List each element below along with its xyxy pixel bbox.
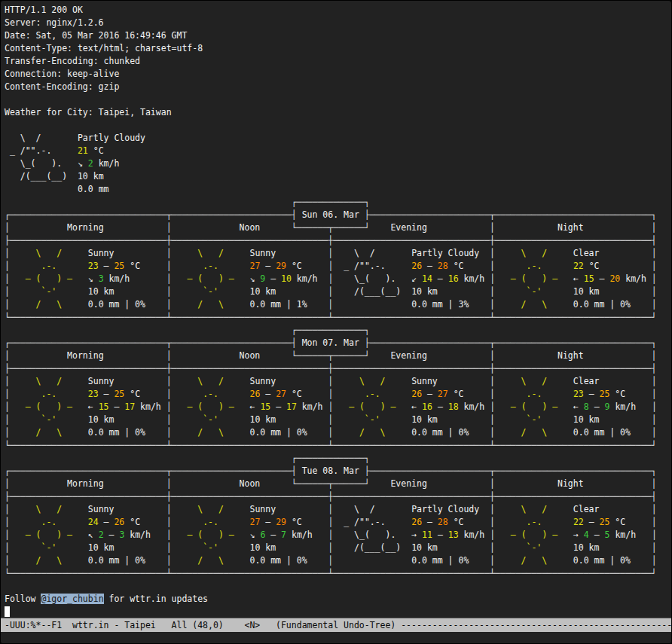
text-segment [114, 542, 166, 553]
text-segment: /(___(__) [5, 171, 78, 182]
text-segment: – [422, 389, 438, 399]
text-segment [438, 286, 490, 297]
terminal-buffer[interactable]: HTTP/1.1 200 OKServer: nginx/1.2.6Date: … [1, 1, 671, 618]
forecast-table-line: │ `-' 10 km │ `-' 10 km │ /(___(__) 10 k… [5, 285, 671, 298]
text-segment: 0.0 mm | 1% [249, 299, 307, 310]
text-segment: 22 [573, 261, 584, 271]
text-segment [599, 414, 651, 425]
text-segment: │ [166, 427, 172, 438]
text-segment: 0.0 mm | 0% [88, 555, 145, 566]
text-segment: ← [573, 273, 584, 284]
text-segment: Tue 08. Mar [297, 465, 365, 476]
text-segment: / \ [495, 427, 573, 438]
text-segment [479, 504, 490, 514]
text-segment: `-' [10, 286, 88, 297]
forecast-table-line: │ \ / Sunny │ \ / Sunny │ \ / Partly Clo… [5, 247, 671, 260]
text-segment: 23 [88, 261, 99, 271]
text-segment: │ [5, 542, 10, 553]
text-segment: │ [166, 350, 172, 361]
text-segment: Follow [5, 594, 41, 604]
text-cursor [5, 606, 10, 617]
text-segment: 26 [114, 517, 124, 527]
text-segment: Clear [573, 504, 600, 514]
text-segment: `-' [495, 542, 573, 553]
forecast-table-line: │ `-' 10 km │ `-' 10 km │ /(___(__) 10 k… [5, 542, 671, 554]
text-segment: ├──────────────────────────────┼────────… [5, 235, 656, 246]
text-segment [438, 376, 490, 386]
text-segment: │ [652, 401, 657, 412]
text-segment: 10 km [88, 542, 115, 553]
text-segment: \_( ). [333, 273, 411, 284]
text-segment [469, 299, 490, 310]
text-segment: \ / [495, 504, 573, 514]
text-segment: │ [490, 542, 495, 553]
text-segment: km/h [459, 530, 485, 540]
text-segment: └──────┬──────┘ [292, 350, 370, 361]
text-segment: – [422, 517, 438, 527]
current-conditions-line: _ /"".-. 21 °C [5, 145, 671, 157]
text-segment: ― ( ) ― [10, 273, 88, 284]
text-segment [130, 273, 166, 284]
text-segment: _ /"".-. [5, 145, 78, 156]
text-segment: │ [166, 222, 172, 233]
text-segment: ├───────────────────────┬───────────────… [365, 337, 657, 348]
text-segment [463, 389, 490, 399]
text-segment: 26 [411, 389, 422, 399]
text-segment: km/h [93, 158, 120, 169]
text-segment [599, 542, 651, 553]
text-segment: Sunny [249, 504, 276, 514]
twitter-handle-link[interactable]: @igor_chubin [41, 594, 103, 604]
text-segment: 11 [422, 530, 432, 540]
text-segment: Sun 06. Mar [297, 209, 365, 220]
text-segment: │ [166, 504, 172, 514]
text-segment: km/h [609, 401, 636, 412]
text-segment: 13 [448, 530, 459, 540]
text-segment: │ [490, 504, 495, 514]
forecast-table-line: │ `-' 10 km │ `-' 10 km │ `-' 10 km │ `-… [5, 414, 671, 426]
text-segment: └──────────────────────────────┴────────… [5, 312, 656, 322]
forecast-table-line: ├──────────────────────────────┼────────… [5, 234, 671, 247]
text-segment [114, 504, 166, 514]
text-segment: → [573, 530, 584, 540]
text-segment: .-. [172, 389, 250, 399]
text-segment: 27 [250, 261, 261, 271]
text-segment [438, 542, 490, 553]
text-segment: ↘ [249, 273, 260, 284]
text-segment: – [99, 517, 115, 527]
text-segment: .-. [495, 389, 573, 399]
text-segment: / \ [10, 299, 88, 310]
text-segment: Evening [370, 350, 490, 361]
text-segment: °C [124, 261, 140, 271]
text-segment: / \ [495, 299, 573, 310]
forecast-table-line: ├──────────────────────────────┼────────… [5, 490, 671, 503]
text-segment [145, 427, 166, 438]
text-segment: `-' [172, 542, 250, 553]
text-segment: .-. [10, 389, 88, 399]
text-segment: ― ( ) ― [495, 530, 573, 540]
text-segment: Morning [10, 222, 166, 233]
text-segment: │ [166, 299, 172, 310]
text-segment: │ [652, 555, 657, 566]
text-segment [636, 401, 652, 412]
text-segment: Partly Cloudy [411, 504, 479, 514]
text-segment: 22 [573, 517, 584, 527]
text-segment [625, 389, 652, 399]
text-segment: 26 [411, 261, 422, 271]
text-segment: 2 [88, 158, 93, 169]
text-segment: \_( ). [333, 530, 411, 540]
text-segment: ↙ [411, 273, 422, 284]
text-segment: .-. [333, 389, 411, 399]
text-segment [469, 427, 490, 438]
http-header-line: Content-Type: text/html; charset=utf-8 [5, 42, 671, 55]
emacs-modeline: -UUU:%*--F1 wttr.in - Taipei All (48,0) … [1, 618, 671, 632]
text-segment: °C [124, 389, 140, 399]
blank-line [5, 119, 671, 132]
text-segment: │ [5, 414, 10, 425]
text-segment [140, 261, 166, 271]
text-segment: `-' [495, 414, 573, 425]
text-segment: 23 [573, 389, 584, 399]
text-segment: `-' [333, 414, 411, 425]
text-segment [599, 248, 651, 258]
text-segment: 25 [114, 389, 124, 399]
text-segment: ↘ [88, 273, 99, 284]
